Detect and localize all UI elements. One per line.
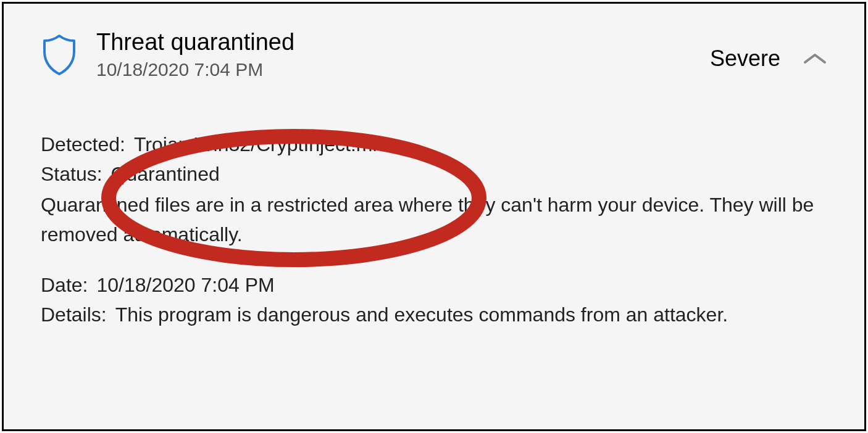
details-value: This program is dangerous and executes c… bbox=[115, 300, 728, 329]
detected-label: Detected: bbox=[41, 130, 125, 159]
header-right: Severe bbox=[710, 46, 827, 72]
threat-body: Detected: Trojan:Win32/CryptInject!ml St… bbox=[41, 130, 827, 329]
shield-icon bbox=[41, 33, 78, 76]
status-description: Quarantined files are in a restricted ar… bbox=[41, 190, 827, 249]
header-left: Threat quarantined 10/18/2020 7:04 PM bbox=[41, 28, 294, 80]
status-row: Status: Quarantined bbox=[41, 159, 827, 189]
title-block: Threat quarantined 10/18/2020 7:04 PM bbox=[96, 28, 294, 80]
date-value: 10/18/2020 7:04 PM bbox=[96, 270, 274, 300]
threat-timestamp: 10/18/2020 7:04 PM bbox=[96, 59, 294, 80]
threat-title: Threat quarantined bbox=[96, 28, 294, 57]
details-row: Details: This program is dangerous and e… bbox=[41, 300, 827, 329]
severity-label: Severe bbox=[710, 46, 780, 72]
details-label: Details: bbox=[41, 300, 107, 329]
detected-row: Detected: Trojan:Win32/CryptInject!ml bbox=[41, 130, 827, 159]
chevron-up-icon[interactable] bbox=[803, 51, 827, 66]
threat-detail-panel: Threat quarantined 10/18/2020 7:04 PM Se… bbox=[2, 2, 866, 431]
threat-header[interactable]: Threat quarantined 10/18/2020 7:04 PM Se… bbox=[41, 28, 827, 80]
status-value: Quarantined bbox=[111, 159, 220, 189]
date-label: Date: bbox=[41, 270, 88, 300]
detected-value: Trojan:Win32/CryptInject!ml bbox=[134, 130, 377, 159]
date-row: Date: 10/18/2020 7:04 PM bbox=[41, 270, 827, 300]
status-label: Status: bbox=[41, 159, 102, 189]
